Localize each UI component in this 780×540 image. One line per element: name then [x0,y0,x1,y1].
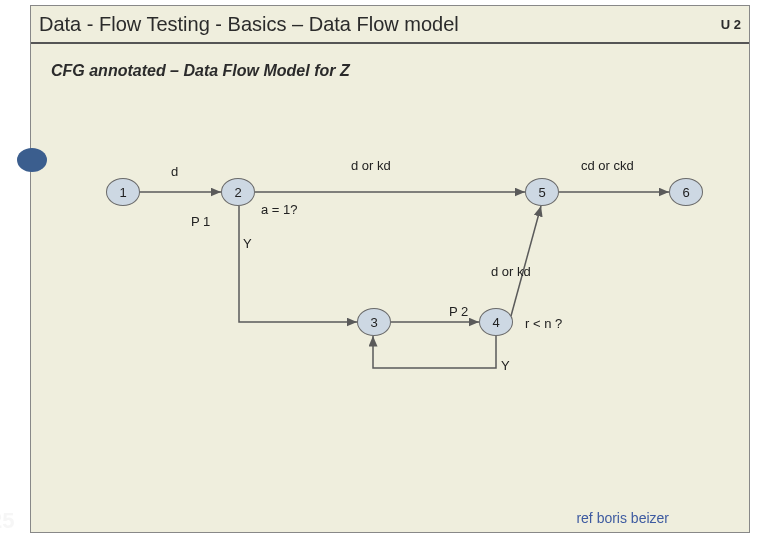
node-4: 4 [479,308,513,336]
node-3: 3 [357,308,391,336]
slide-frame: Data - Flow Testing - Basics – Data Flow… [30,5,750,533]
flow-diagram: 1 2 3 4 5 6 d d or kd cd or ckd a = 1? P… [31,6,749,532]
node-1: 1 [106,178,140,206]
edge-label-y-upper: Y [243,236,252,251]
edge-label-a-eq-1: a = 1? [261,202,298,217]
edge-label-d-or-kd-top: d or kd [351,158,391,173]
page-number: 25 [0,508,14,534]
edges-svg [31,6,751,534]
edge-label-r-lt-n: r < n ? [525,316,562,331]
footer-reference: ref boris beizer [576,510,669,526]
node-6: 6 [669,178,703,206]
edge-label-p1: P 1 [191,214,210,229]
node-5: 5 [525,178,559,206]
edge-label-d-or-kd-mid: d or kd [491,264,531,279]
edge-label-cd-or-ckd: cd or ckd [581,158,634,173]
edge-label-p2: P 2 [449,304,468,319]
edge-label-y-lower: Y [501,358,510,373]
node-2: 2 [221,178,255,206]
edge-label-d: d [171,164,178,179]
